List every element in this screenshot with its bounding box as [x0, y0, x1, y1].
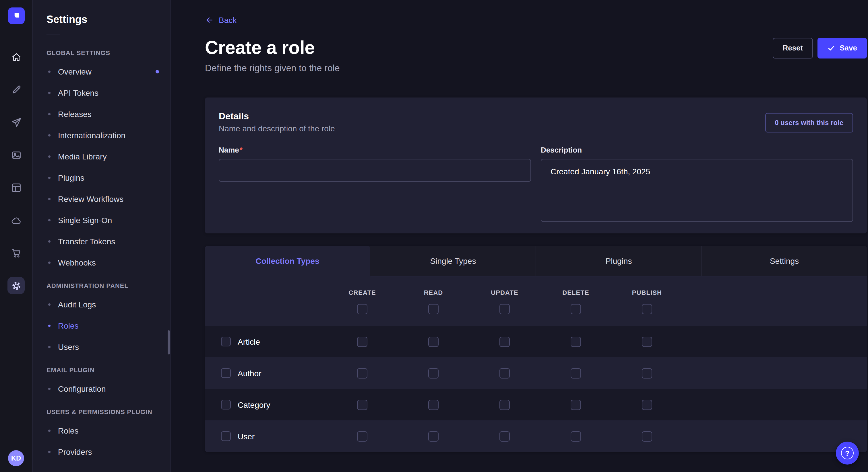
select-all-read-checkbox[interactable] — [428, 304, 439, 314]
page-subtitle: Define the rights given to the role — [205, 63, 867, 73]
sidebar-divider — [46, 34, 60, 34]
name-label: Name* — [219, 146, 531, 154]
select-all-create-checkbox[interactable] — [357, 304, 367, 314]
bullet-icon — [48, 155, 51, 158]
sidebar-scrollbar-thumb[interactable] — [167, 330, 170, 355]
strapi-logo[interactable] — [8, 7, 24, 24]
check-icon — [827, 44, 835, 52]
checkbox-category-create[interactable] — [357, 400, 367, 410]
main-nav-rail: KD — [0, 0, 33, 472]
tab-settings[interactable]: Settings — [701, 246, 867, 276]
sidebar-item-review-workflows[interactable]: Review Workflows — [33, 188, 170, 209]
settings-icon[interactable] — [7, 277, 25, 294]
sidebar-item-users[interactable]: Users — [33, 336, 170, 357]
sidebar-item-plugins[interactable]: Plugins — [33, 167, 170, 188]
details-subtitle: Name and description of the role — [219, 124, 853, 133]
back-link[interactable]: Back — [205, 15, 237, 25]
checkbox-author-create[interactable] — [357, 368, 367, 378]
permission-row-author: Author — [205, 357, 867, 389]
description-field-group: Description Created January 16th, 2025 — [541, 146, 853, 224]
checkbox-category-update[interactable] — [499, 400, 510, 410]
section-users-permissions-plugin: USERS & PERMISSIONS PLUGIN — [33, 399, 170, 420]
content-type-builder-icon[interactable] — [7, 179, 25, 196]
checkbox-user-delete[interactable] — [570, 431, 581, 441]
column-delete: DELETE — [540, 289, 611, 314]
bullet-icon — [48, 345, 51, 348]
checkbox-user-read[interactable] — [428, 431, 439, 441]
checkbox-category-read[interactable] — [428, 400, 439, 410]
bullet-icon — [48, 240, 51, 242]
permissions-card: Collection Types Single Types Plugins Se… — [205, 246, 867, 452]
checkbox-author-publish[interactable] — [642, 368, 652, 378]
description-textarea[interactable]: Created January 16th, 2025 — [541, 159, 853, 222]
bullet-icon — [48, 92, 51, 94]
tab-single-types[interactable]: Single Types — [370, 246, 536, 276]
column-create: CREATE — [327, 289, 398, 314]
checkbox-author-delete[interactable] — [570, 368, 581, 378]
strapi-logo-glyph — [12, 11, 20, 20]
help-button[interactable]: ? — [836, 442, 859, 465]
permission-row-article: Article — [205, 326, 867, 357]
select-all-publish-checkbox[interactable] — [642, 304, 652, 314]
section-email-plugin: EMAIL PLUGIN — [33, 357, 170, 378]
sidebar-item-releases[interactable]: Releases — [33, 103, 170, 125]
checkbox-author-update[interactable] — [499, 368, 510, 378]
bullet-icon — [48, 429, 51, 432]
checkbox-user-create[interactable] — [357, 431, 367, 441]
sidebar-item-webhooks[interactable]: Webhooks — [33, 252, 170, 273]
checkbox-article-update[interactable] — [499, 336, 510, 347]
sidebar-item-media-library[interactable]: Media Library — [33, 146, 170, 167]
sidebar-item-api-tokens[interactable]: API Tokens — [33, 82, 170, 103]
sidebar-item-transfer-tokens[interactable]: Transfer Tokens — [33, 231, 170, 252]
sidebar-item-overview[interactable]: Overview — [33, 61, 170, 82]
details-form: Name* Description Created January 16th, … — [219, 146, 853, 224]
arrow-left-icon — [205, 15, 214, 25]
select-all-delete-checkbox[interactable] — [570, 304, 581, 314]
checkbox-author-row[interactable] — [221, 368, 231, 378]
permission-row-user: User — [205, 420, 867, 452]
cloud-icon[interactable] — [7, 212, 25, 229]
sidebar-item-configuration[interactable]: Configuration — [33, 378, 170, 399]
tab-collection-types[interactable]: Collection Types — [205, 246, 370, 276]
reset-button[interactable]: Reset — [773, 38, 813, 58]
checkbox-article-read[interactable] — [428, 336, 439, 347]
permissions-tabbar: Collection Types Single Types Plugins Se… — [205, 246, 867, 276]
checkbox-user-row[interactable] — [221, 431, 231, 441]
sidebar-item-roles-up[interactable]: Roles — [33, 420, 170, 441]
users-with-role-button[interactable]: 0 users with this role — [765, 113, 853, 133]
checkbox-category-delete[interactable] — [570, 400, 581, 410]
checkbox-category-row[interactable] — [221, 400, 231, 409]
bullet-icon — [48, 134, 51, 136]
bullet-icon — [48, 303, 51, 305]
home-icon[interactable] — [7, 48, 25, 65]
content-manager-icon[interactable] — [7, 81, 25, 98]
sidebar-item-internationalization[interactable]: Internationalization — [33, 125, 170, 146]
avatar[interactable]: KD — [8, 450, 24, 466]
checkbox-article-publish[interactable] — [642, 336, 652, 347]
checkbox-article-row[interactable] — [221, 337, 231, 346]
sidebar-item-single-sign-on[interactable]: Single Sign-On — [33, 209, 170, 231]
save-button[interactable]: Save — [817, 38, 867, 58]
checkbox-article-delete[interactable] — [570, 336, 581, 347]
checkbox-author-read[interactable] — [428, 368, 439, 378]
details-card: Details Name and description of the role… — [205, 98, 867, 233]
checkbox-article-create[interactable] — [357, 336, 367, 347]
checkbox-user-publish[interactable] — [642, 431, 652, 441]
bullet-icon — [48, 70, 51, 72]
bullet-icon — [48, 387, 51, 390]
checkbox-category-publish[interactable] — [642, 400, 652, 410]
required-asterisk: * — [240, 146, 243, 154]
sidebar-title: Settings — [33, 14, 170, 26]
checkbox-user-update[interactable] — [499, 431, 510, 441]
sidebar-item-roles-admin[interactable]: Roles — [33, 315, 170, 336]
name-input[interactable] — [219, 159, 531, 182]
sidebar-item-providers[interactable]: Providers — [33, 441, 170, 462]
marketplace-icon[interactable] — [7, 244, 25, 262]
column-read: READ — [398, 289, 469, 314]
releases-icon[interactable] — [7, 113, 25, 131]
tab-plugins[interactable]: Plugins — [536, 246, 701, 276]
media-library-icon[interactable] — [7, 146, 25, 164]
rail-icon-list — [7, 48, 25, 294]
sidebar-item-audit-logs[interactable]: Audit Logs — [33, 294, 170, 315]
select-all-update-checkbox[interactable] — [499, 304, 510, 314]
